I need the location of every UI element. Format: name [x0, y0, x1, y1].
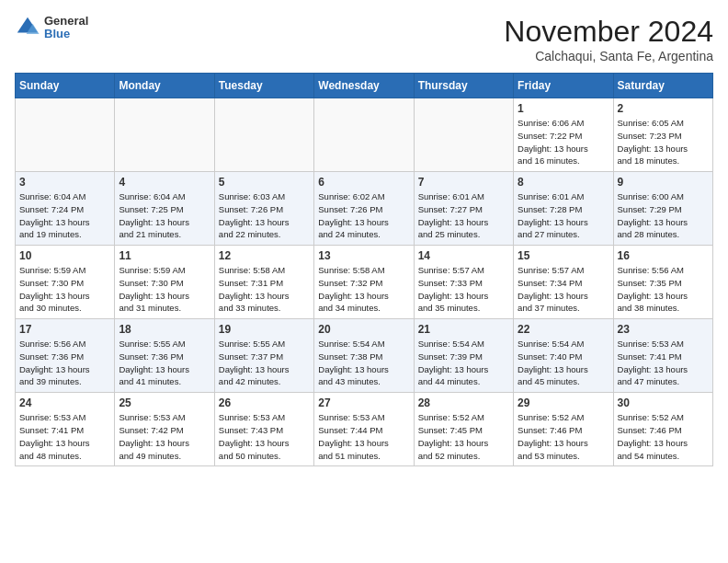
- day-number: 25: [119, 396, 210, 409]
- title-block: November 2024 Calchaqui, Santa Fe, Argen…: [504, 15, 713, 63]
- calendar-cell: 5Sunrise: 6:03 AM Sunset: 7:26 PM Daylig…: [214, 172, 313, 246]
- day-number: 27: [318, 396, 409, 409]
- day-info: Sunrise: 6:05 AM Sunset: 7:23 PM Dayligh…: [618, 117, 709, 167]
- calendar-cell: 26Sunrise: 5:53 AM Sunset: 7:43 PM Dayli…: [214, 393, 313, 466]
- calendar-week-4: 17Sunrise: 5:56 AM Sunset: 7:36 PM Dayli…: [16, 319, 713, 393]
- day-info: Sunrise: 5:53 AM Sunset: 7:42 PM Dayligh…: [119, 411, 210, 462]
- day-info: Sunrise: 5:57 AM Sunset: 7:34 PM Dayligh…: [518, 264, 609, 315]
- day-info: Sunrise: 5:52 AM Sunset: 7:46 PM Dayligh…: [618, 411, 709, 462]
- day-info: Sunrise: 5:59 AM Sunset: 7:30 PM Dayligh…: [19, 264, 110, 315]
- day-info: Sunrise: 5:55 AM Sunset: 7:37 PM Dayligh…: [219, 338, 310, 388]
- day-info: Sunrise: 5:54 AM Sunset: 7:40 PM Dayligh…: [518, 338, 609, 388]
- calendar-cell: [115, 98, 214, 172]
- day-number: 26: [219, 396, 310, 409]
- day-info: Sunrise: 6:01 AM Sunset: 7:27 PM Dayligh…: [418, 190, 509, 241]
- calendar-cell: 22Sunrise: 5:54 AM Sunset: 7:40 PM Dayli…: [514, 319, 613, 393]
- calendar-cell: 11Sunrise: 5:59 AM Sunset: 7:30 PM Dayli…: [115, 246, 214, 319]
- day-info: Sunrise: 5:52 AM Sunset: 7:46 PM Dayligh…: [518, 411, 609, 462]
- day-number: 28: [418, 396, 509, 409]
- day-number: 19: [219, 323, 310, 336]
- day-number: 24: [19, 396, 110, 409]
- calendar-cell: 29Sunrise: 5:52 AM Sunset: 7:46 PM Dayli…: [514, 393, 613, 466]
- calendar-cell: 6Sunrise: 6:02 AM Sunset: 7:26 PM Daylig…: [314, 172, 414, 246]
- calendar-cell: 3Sunrise: 6:04 AM Sunset: 7:24 PM Daylig…: [16, 172, 115, 246]
- calendar-cell: 9Sunrise: 6:00 AM Sunset: 7:29 PM Daylig…: [613, 172, 712, 246]
- location-subtitle: Calchaqui, Santa Fe, Argentina: [504, 49, 713, 63]
- logo: General Blue: [15, 15, 88, 41]
- header-row: SundayMondayTuesdayWednesdayThursdayFrid…: [16, 74, 713, 98]
- day-info: Sunrise: 5:59 AM Sunset: 7:30 PM Dayligh…: [119, 264, 210, 315]
- calendar-cell: 15Sunrise: 5:57 AM Sunset: 7:34 PM Dayli…: [514, 246, 613, 319]
- calendar-cell: 25Sunrise: 5:53 AM Sunset: 7:42 PM Dayli…: [115, 393, 214, 466]
- calendar-cell: [314, 98, 414, 172]
- calendar-table: SundayMondayTuesdayWednesdayThursdayFrid…: [15, 73, 713, 466]
- logo-general: General: [44, 15, 88, 28]
- day-number: 11: [119, 249, 210, 262]
- day-number: 7: [418, 176, 509, 189]
- day-info: Sunrise: 5:57 AM Sunset: 7:33 PM Dayligh…: [418, 264, 509, 315]
- day-number: 1: [518, 102, 609, 115]
- day-info: Sunrise: 5:56 AM Sunset: 7:36 PM Dayligh…: [19, 338, 110, 388]
- calendar-cell: 23Sunrise: 5:53 AM Sunset: 7:41 PM Dayli…: [613, 319, 712, 393]
- day-number: 8: [518, 176, 609, 189]
- day-number: 22: [518, 323, 609, 336]
- logo-blue: Blue: [44, 28, 88, 40]
- day-info: Sunrise: 5:54 AM Sunset: 7:39 PM Dayligh…: [418, 338, 509, 388]
- header-day-tuesday: Tuesday: [214, 74, 313, 98]
- day-info: Sunrise: 6:01 AM Sunset: 7:28 PM Dayligh…: [518, 190, 609, 241]
- day-info: Sunrise: 6:00 AM Sunset: 7:29 PM Dayligh…: [618, 190, 709, 241]
- calendar-cell: 8Sunrise: 6:01 AM Sunset: 7:28 PM Daylig…: [514, 172, 613, 246]
- header-day-thursday: Thursday: [414, 74, 513, 98]
- calendar-cell: [214, 98, 313, 172]
- header-day-saturday: Saturday: [613, 74, 712, 98]
- day-number: 23: [618, 323, 709, 336]
- day-number: 16: [618, 249, 709, 262]
- day-info: Sunrise: 5:58 AM Sunset: 7:32 PM Dayligh…: [318, 264, 409, 315]
- day-number: 12: [219, 249, 310, 262]
- day-info: Sunrise: 5:53 AM Sunset: 7:41 PM Dayligh…: [19, 411, 110, 462]
- calendar-cell: 17Sunrise: 5:56 AM Sunset: 7:36 PM Dayli…: [16, 319, 115, 393]
- day-info: Sunrise: 6:02 AM Sunset: 7:26 PM Dayligh…: [318, 190, 409, 241]
- calendar-cell: 20Sunrise: 5:54 AM Sunset: 7:38 PM Dayli…: [314, 319, 414, 393]
- calendar-cell: 14Sunrise: 5:57 AM Sunset: 7:33 PM Dayli…: [414, 246, 513, 319]
- day-number: 10: [19, 249, 110, 262]
- day-info: Sunrise: 5:53 AM Sunset: 7:43 PM Dayligh…: [219, 411, 310, 462]
- day-number: 29: [518, 396, 609, 409]
- calendar-cell: 4Sunrise: 6:04 AM Sunset: 7:25 PM Daylig…: [115, 172, 214, 246]
- calendar-body: 1Sunrise: 6:06 AM Sunset: 7:22 PM Daylig…: [16, 98, 713, 466]
- day-number: 18: [119, 323, 210, 336]
- day-info: Sunrise: 5:55 AM Sunset: 7:36 PM Dayligh…: [119, 338, 210, 388]
- day-info: Sunrise: 5:53 AM Sunset: 7:44 PM Dayligh…: [318, 411, 409, 462]
- day-number: 20: [318, 323, 409, 336]
- day-number: 3: [19, 176, 110, 189]
- calendar-cell: [414, 98, 513, 172]
- day-number: 14: [418, 249, 509, 262]
- header-day-monday: Monday: [115, 74, 214, 98]
- header-day-wednesday: Wednesday: [314, 74, 414, 98]
- day-info: Sunrise: 5:52 AM Sunset: 7:45 PM Dayligh…: [418, 411, 509, 462]
- calendar-cell: 10Sunrise: 5:59 AM Sunset: 7:30 PM Dayli…: [16, 246, 115, 319]
- calendar-cell: [16, 98, 115, 172]
- calendar-week-5: 24Sunrise: 5:53 AM Sunset: 7:41 PM Dayli…: [16, 393, 713, 466]
- logo-icon: [15, 15, 40, 40]
- day-info: Sunrise: 6:03 AM Sunset: 7:26 PM Dayligh…: [219, 190, 310, 241]
- day-number: 21: [418, 323, 509, 336]
- day-info: Sunrise: 5:56 AM Sunset: 7:35 PM Dayligh…: [618, 264, 709, 315]
- day-number: 6: [318, 176, 409, 189]
- day-info: Sunrise: 6:04 AM Sunset: 7:24 PM Dayligh…: [19, 190, 110, 241]
- calendar-cell: 13Sunrise: 5:58 AM Sunset: 7:32 PM Dayli…: [314, 246, 414, 319]
- day-info: Sunrise: 6:04 AM Sunset: 7:25 PM Dayligh…: [119, 190, 210, 241]
- logo-text: General Blue: [44, 15, 88, 41]
- day-info: Sunrise: 6:06 AM Sunset: 7:22 PM Dayligh…: [518, 117, 609, 167]
- day-number: 5: [219, 176, 310, 189]
- day-number: 17: [19, 323, 110, 336]
- calendar-cell: 2Sunrise: 6:05 AM Sunset: 7:23 PM Daylig…: [613, 98, 712, 172]
- calendar-cell: 19Sunrise: 5:55 AM Sunset: 7:37 PM Dayli…: [214, 319, 313, 393]
- header-day-sunday: Sunday: [16, 74, 115, 98]
- month-title: November 2024: [504, 15, 713, 49]
- calendar-cell: 21Sunrise: 5:54 AM Sunset: 7:39 PM Dayli…: [414, 319, 513, 393]
- calendar-week-1: 1Sunrise: 6:06 AM Sunset: 7:22 PM Daylig…: [16, 98, 713, 172]
- day-number: 30: [618, 396, 709, 409]
- page-header: General Blue November 2024 Calchaqui, Sa…: [15, 15, 713, 63]
- day-number: 15: [518, 249, 609, 262]
